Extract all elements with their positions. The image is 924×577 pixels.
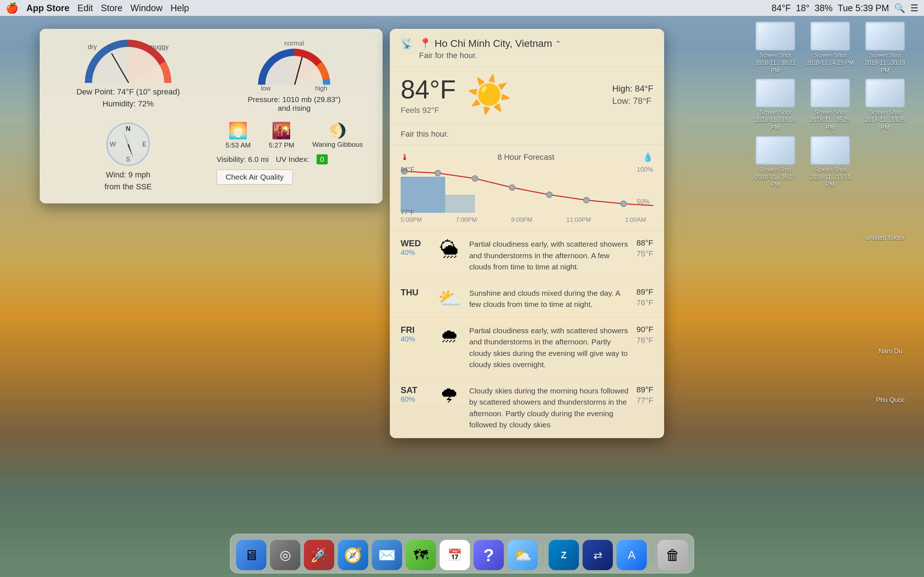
dew-gauge: nice dry muggy (85, 40, 171, 83)
search-icon[interactable]: 🔍 (894, 3, 905, 13)
chart-temp-end: 77°F (401, 209, 414, 216)
chart-time-1: 7:00PM (456, 216, 477, 224)
dock-help[interactable]: ? (473, 540, 504, 570)
pressure-gauge (258, 49, 330, 85)
folder-untitled[interactable]: untitled folder (860, 200, 910, 242)
folder-phu-quoc[interactable]: Phu Quoc (871, 363, 910, 404)
launchpad-icon: 🚀 (310, 547, 328, 564)
dock-zalo[interactable]: Z (549, 540, 579, 570)
forecast-chart: 100% 50% 84°F 77°F (401, 166, 653, 224)
weather-humidity-menubar: 18° (796, 3, 809, 13)
screenshot-6[interactable]: Screen Shot2018-11...33.35 PM (860, 79, 910, 131)
screenshot-1-label: Screen Shot2018-11...38.21 PM (750, 52, 801, 74)
location-pin-icon: 📍 (419, 37, 432, 49)
help-icon: ? (483, 545, 494, 565)
folder-nam-du[interactable]: Nam Du (871, 314, 910, 355)
moon-phase: Waning Gibbous (312, 141, 363, 148)
maps-icon: 🗺 (414, 547, 428, 563)
svg-point-7 (583, 197, 589, 203)
sat-high: 89°F (636, 385, 653, 395)
screenshot-2[interactable]: Screen Shot2018-11...4.25 PM (805, 22, 855, 74)
fri-low: 76°F (636, 336, 653, 345)
dock-siri[interactable]: ◎ (270, 540, 300, 570)
chart-temp-start: 84°F (401, 166, 414, 174)
menu-store[interactable]: Store (101, 3, 123, 13)
screenshot-7[interactable]: Screen Shot2018-11...36.17 PM (750, 136, 801, 189)
menu-help[interactable]: Help (170, 3, 189, 13)
mail-icon: ✉️ (378, 547, 396, 564)
thu-low: 76°F (636, 298, 653, 308)
dock-trash[interactable]: 🗑 (657, 540, 688, 570)
gauge-label-muggy: muggy (149, 43, 168, 51)
wed-low: 75°F (636, 249, 653, 259)
fri-desc: Partial cloudiness early, with scattered… (469, 325, 629, 371)
pressure-high: high (315, 85, 327, 92)
dock-launchpad[interactable]: 🚀 (304, 540, 334, 570)
dock-calendar[interactable]: 📅 (439, 540, 470, 570)
apple-menu[interactable]: 🍎 (6, 2, 18, 14)
forecast-fri: FRI 40% 🌧 Partial cloudiness early, with… (390, 318, 664, 378)
dock-weather-app[interactable]: ⛅ (507, 540, 538, 570)
app-name[interactable]: App Store (26, 3, 69, 13)
rain-100-label: 100% (637, 166, 653, 174)
dock-mail[interactable]: ✉️ (372, 540, 402, 570)
thu-icon: ⛅ (437, 287, 462, 309)
chart-time-4: 1:00AM (625, 216, 646, 224)
weather-description: Fair this hour. (390, 124, 664, 145)
screenshot-4-label: Screen Shot2018-11...39.19 PM (750, 109, 801, 131)
screenshot-1[interactable]: Screen Shot2018-11...38.21 PM (750, 22, 801, 74)
current-weather-section: 84°F Feels 92°F ☀️ High: 84°F Low: 78°F (390, 66, 664, 124)
screenshot-4[interactable]: Screen Shot2018-11...39.19 PM (750, 79, 801, 131)
screenshot-2-label: Screen Shot2018-11...4.25 PM (806, 52, 854, 67)
pressure-gauge-area: normal low high Pressure: 1010 mb (29.83… (216, 40, 372, 113)
dock: 🖥 ◎ 🚀 🧭 ✉️ 🗺 📅 ? ⛅ Z ⇄ A 🗑 (230, 534, 694, 574)
sat-desc: Cloudy skies during the morning hours fo… (469, 385, 629, 430)
chart-time-2: 9:00PM (511, 216, 532, 224)
dew-point-text: Dew Point: 74°F (10° spread) (76, 86, 180, 98)
check-air-quality-button[interactable]: Check Air Quality (216, 169, 293, 185)
pressure-label-normal: normal (284, 40, 304, 47)
visibility-uv-row: Visibility: 6.0 mi UV Index: 0 (216, 154, 372, 164)
menu-edit[interactable]: Edit (77, 3, 93, 13)
thu-desc: Sunshine and clouds mixed during the day… (469, 287, 629, 310)
sun-moon-row: 🌅 5:53 AM 🌇 5:27 PM 🌖 Waning Gibbous (216, 121, 372, 149)
dew-gauge-area: nice dry muggy Dew Point: 74°F (10° spre… (50, 40, 206, 110)
thu-day: THU (401, 287, 430, 298)
dock-finder[interactable]: 🖥 (236, 540, 267, 570)
trash-icon: 🗑 (666, 547, 680, 563)
satellite-icon: 📡 (401, 37, 413, 49)
dock-teamviewer[interactable]: ⇄ (583, 540, 613, 570)
visibility-text: Visibility: 6.0 mi (216, 155, 268, 164)
wed-high: 88°F (636, 239, 653, 248)
screenshot-8-label: Screen Shot2018-11...33.51 PM (805, 166, 855, 189)
sunrise-item: 🌅 5:53 AM (226, 121, 251, 149)
screenshot-5[interactable]: Screen Shot2018-11...35.25 PM (805, 79, 855, 131)
compass-east: E (142, 141, 147, 148)
thu-high: 89°F (636, 287, 653, 297)
notification-center-icon[interactable]: ☰ (910, 3, 918, 13)
siri-icon: ◎ (280, 548, 291, 562)
dock-appstore[interactable]: A (617, 540, 647, 570)
svg-point-8 (620, 201, 626, 206)
screenshot-3[interactable]: Screen Shot2018-11...30.19 PM (860, 22, 910, 74)
screenshot-8[interactable]: Screen Shot2018-11...33.51 PM (805, 136, 855, 189)
forecast-chart-svg (401, 166, 653, 213)
dock-safari[interactable]: 🧭 (338, 540, 368, 570)
menu-window[interactable]: Window (130, 3, 162, 13)
moon-item: 🌖 Waning Gibbous (312, 122, 363, 148)
sunset-item: 🌇 5:27 PM (269, 121, 294, 149)
compass-area: N S E W Wind: 9 mph from the SSE (105, 122, 152, 193)
weather-temp-menubar[interactable]: 84°F (772, 3, 791, 13)
folder-nam-du-label: Nam Du (879, 348, 902, 355)
dock-maps[interactable]: 🗺 (406, 540, 436, 570)
forecast-sat: SAT 60% 🌩 Cloudy skies during the mornin… (390, 378, 664, 438)
fri-icon: 🌧 (437, 325, 462, 347)
chart-time-0: 5:00PM (401, 216, 422, 224)
current-temperature: 84°F (401, 75, 456, 104)
clock: Tue 5:39 PM (838, 3, 889, 13)
safari-icon: 🧭 (344, 547, 362, 564)
finder-icon: 🖥 (244, 547, 258, 563)
feels-like: Feels 92°F (401, 106, 456, 115)
svg-point-4 (472, 176, 478, 181)
calendar-icon: 📅 (447, 548, 462, 562)
